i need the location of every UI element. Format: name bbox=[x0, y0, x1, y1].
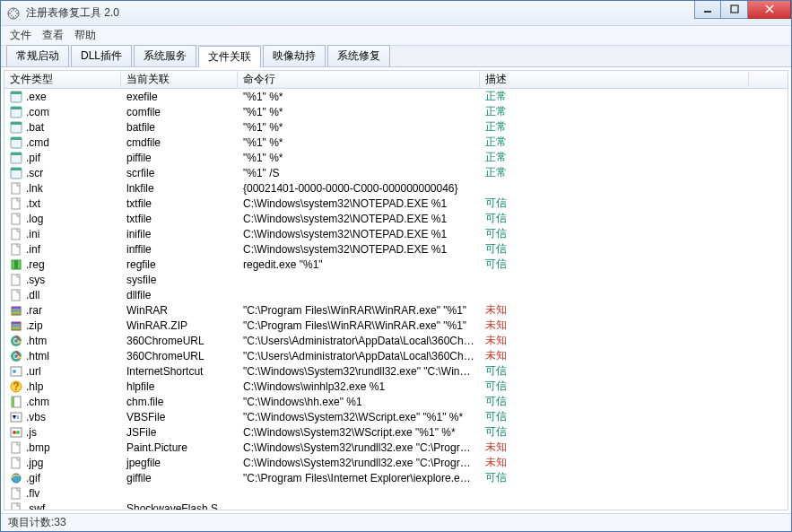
cell-desc: 可信 bbox=[480, 196, 749, 211]
table-row[interactable]: .zipWinRAR.ZIP"C:\Program Files\WinRAR\W… bbox=[4, 318, 788, 333]
cell-ext-text: .chm bbox=[26, 396, 49, 408]
svg-point-46 bbox=[13, 431, 16, 434]
table-row[interactable]: .pifpiffile"%1" %*正常 bbox=[4, 150, 788, 165]
table-row[interactable]: .comcomfile"%1" %*正常 bbox=[4, 104, 788, 119]
table-row[interactable]: .lnklnkfile{00021401-0000-0000-C000-0000… bbox=[4, 180, 788, 196]
th-ext[interactable]: 文件类型 bbox=[4, 71, 121, 89]
cell-cmd: "C:\Users\Administrator\AppData\Local\36… bbox=[238, 335, 480, 347]
th-cmd[interactable]: 命令行 bbox=[238, 71, 480, 89]
table-row[interactable]: .urlInternetShortcut"C:\Windows\System32… bbox=[4, 363, 788, 379]
table-row[interactable]: .scrscrfile"%1" /S正常 bbox=[4, 165, 788, 180]
cell-ext-text: .pif bbox=[26, 152, 40, 164]
table-row[interactable]: .rarWinRAR"C:\Program Files\WinRAR\WinRA… bbox=[4, 302, 788, 318]
window-title: 注册表修复工具 2.0 bbox=[26, 5, 694, 21]
close-button[interactable] bbox=[748, 1, 791, 19]
cell-ext-text: .vbs bbox=[26, 411, 46, 423]
cell-desc: 未知 bbox=[480, 440, 749, 455]
svg-rect-49 bbox=[12, 458, 20, 468]
cell-ext: .chm bbox=[4, 396, 121, 408]
table-row[interactable]: .gifgiffile"C:\Program Files\Internet Ex… bbox=[4, 470, 788, 485]
table-row[interactable]: .chmchm.file"C:\Windows\hh.exe" %1可信 bbox=[4, 394, 788, 409]
cell-assoc: VBSFile bbox=[121, 411, 238, 423]
cell-desc: 可信 bbox=[480, 409, 749, 424]
table-row[interactable]: .regregfileregedit.exe "%1"可信 bbox=[4, 257, 788, 272]
cell-cmd: "C:\Windows\hh.exe" %1 bbox=[238, 396, 480, 408]
maximize-button[interactable] bbox=[721, 1, 748, 19]
svg-rect-17 bbox=[12, 214, 20, 224]
cell-desc: 未知 bbox=[480, 333, 749, 348]
table-row[interactable]: .swfShockwaveFlash.Shoc... bbox=[4, 501, 788, 510]
table-row[interactable]: .batbatfile"%1" %*正常 bbox=[4, 119, 788, 135]
cell-ext-text: .zip bbox=[26, 319, 43, 332]
table-row[interactable]: .exeexefile"%1" %*正常 bbox=[4, 89, 788, 104]
table-row[interactable]: .txttxtfileC:\Windows\system32\NOTEPAD.E… bbox=[4, 196, 788, 211]
table-row[interactable]: .jsJSFileC:\Windows\System32\WScript.exe… bbox=[4, 424, 788, 440]
svg-rect-44 bbox=[11, 413, 22, 422]
table-row[interactable]: .infinffileC:\Windows\system32\NOTEPAD.E… bbox=[4, 241, 788, 257]
cell-cmd: "C:\Windows\System32\WScript.exe" "%1" %… bbox=[238, 411, 480, 423]
tab-image-hijack[interactable]: 映像劫持 bbox=[263, 45, 326, 66]
cell-desc: 可信 bbox=[480, 424, 749, 440]
cell-ext: .log bbox=[4, 213, 121, 225]
menu-file[interactable]: 文件 bbox=[10, 28, 31, 43]
cell-assoc: batfile bbox=[121, 121, 238, 134]
cell-ext: ?.hlp bbox=[4, 380, 121, 393]
cell-assoc: JSFile bbox=[121, 426, 238, 439]
tab-dll[interactable]: DLL插件 bbox=[71, 45, 132, 66]
cell-ext: .com bbox=[4, 106, 121, 118]
app-icon bbox=[10, 167, 22, 179]
table-row[interactable]: .flv bbox=[4, 485, 788, 501]
svg-rect-43 bbox=[12, 397, 14, 407]
table-row[interactable]: .logtxtfileC:\Windows\system32\NOTEPAD.E… bbox=[4, 211, 788, 226]
file-icon bbox=[10, 197, 22, 210]
cell-desc: 未知 bbox=[480, 318, 749, 333]
cell-assoc: sysfile bbox=[121, 274, 238, 286]
th-assoc[interactable]: 当前关联 bbox=[121, 71, 238, 89]
table-row[interactable]: .bmpPaint.PictureC:\Windows\System32\run… bbox=[4, 440, 788, 455]
svg-point-39 bbox=[13, 370, 16, 373]
cell-cmd: "%1" /S bbox=[238, 167, 480, 179]
table-row[interactable]: .html360ChromeURL"C:\Users\Administrator… bbox=[4, 348, 788, 363]
menu-view[interactable]: 查看 bbox=[42, 28, 64, 43]
cell-assoc: 360ChromeURL bbox=[121, 335, 238, 347]
svg-point-47 bbox=[16, 431, 20, 434]
svg-rect-51 bbox=[12, 488, 20, 499]
table-row[interactable]: .htm360ChromeURL"C:\Users\Administrator\… bbox=[4, 333, 788, 348]
svg-rect-27 bbox=[12, 312, 21, 314]
table-row[interactable]: .dlldllfile bbox=[4, 287, 788, 302]
cell-cmd: C:\Windows\system32\NOTEPAD.EXE %1 bbox=[238, 243, 480, 256]
cell-ext: .flv bbox=[4, 487, 121, 500]
cell-cmd: "C:\Program Files\WinRAR\WinRAR.exe" "%1… bbox=[238, 319, 480, 332]
cell-ext-text: .rar bbox=[26, 304, 42, 317]
file-icon bbox=[10, 487, 22, 500]
table-scroll[interactable]: 文件类型 当前关联 命令行 描述 .exeexefile"%1" %*正常.co… bbox=[4, 71, 788, 510]
table-row[interactable]: .iniinifileC:\Windows\system32\NOTEPAD.E… bbox=[4, 226, 788, 241]
cell-ext-text: .log bbox=[26, 213, 43, 225]
svg-rect-16 bbox=[12, 198, 20, 209]
table-body: .exeexefile"%1" %*正常.comcomfile"%1" %*正常… bbox=[4, 89, 788, 510]
cell-desc: 可信 bbox=[480, 394, 749, 409]
svg-rect-22 bbox=[12, 275, 20, 285]
tab-system-repair[interactable]: 系统修复 bbox=[327, 45, 390, 66]
vbs-icon bbox=[10, 411, 22, 423]
cell-ext-text: .inf bbox=[26, 243, 40, 256]
cell-desc: 正常 bbox=[480, 135, 749, 150]
table-row[interactable]: .cmdcmdfile"%1" %*正常 bbox=[4, 135, 788, 150]
tab-startup[interactable]: 常规启动 bbox=[6, 45, 69, 66]
cell-desc: 未知 bbox=[480, 348, 749, 363]
svg-rect-10 bbox=[11, 137, 22, 140]
cell-desc: 可信 bbox=[480, 241, 749, 257]
table-row[interactable]: ?.hlphlpfileC:\Windows\winhlp32.exe %1可信 bbox=[4, 379, 788, 394]
menu-help[interactable]: 帮助 bbox=[74, 28, 96, 43]
table-row[interactable]: .vbsVBSFile"C:\Windows\System32\WScript.… bbox=[4, 409, 788, 424]
minimize-button[interactable] bbox=[694, 1, 721, 19]
cell-cmd: "C:\Users\Administrator\AppData\Local\36… bbox=[238, 350, 480, 362]
cell-ext: .htm bbox=[4, 335, 121, 347]
table-row[interactable]: .syssysfile bbox=[4, 272, 788, 287]
tab-file-assoc[interactable]: 文件关联 bbox=[198, 46, 261, 67]
th-desc[interactable]: 描述 bbox=[480, 71, 749, 89]
cell-ext: .cmd bbox=[4, 136, 121, 149]
table-row[interactable]: .jpgjpegfileC:\Windows\System32\rundll32… bbox=[4, 455, 788, 470]
tab-services[interactable]: 系统服务 bbox=[134, 45, 196, 66]
cell-assoc: dllfile bbox=[121, 289, 238, 301]
